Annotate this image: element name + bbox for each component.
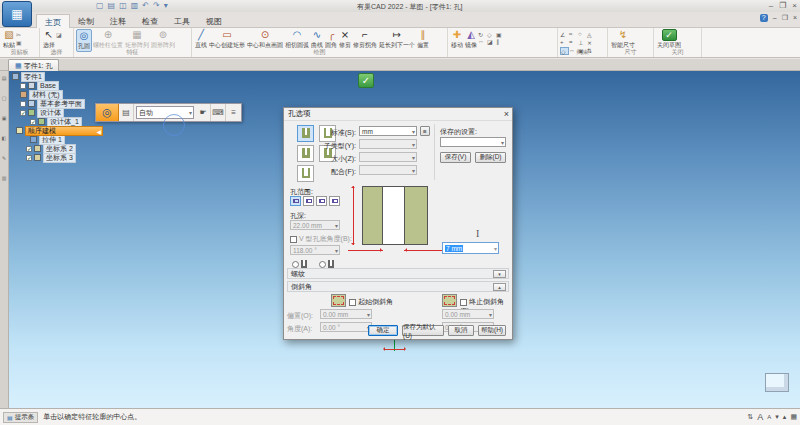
csys-2-checkbox[interactable] [26, 146, 32, 152]
cut-icon[interactable]: ✂ [16, 31, 22, 38]
tangent-constraint-icon[interactable]: ≈ [569, 31, 578, 39]
v-angle-checkbox[interactable] [290, 236, 297, 243]
tree-item-ordered-modeling[interactable]: 顺序建模 ◀ [16, 126, 103, 135]
maximize-button[interactable]: ❐ [779, 1, 786, 10]
dialog-close-icon[interactable]: × [504, 109, 509, 119]
minimize-button[interactable]: – [769, 1, 773, 10]
edgebar-sensors-icon[interactable]: ✎ [2, 155, 6, 161]
close-button[interactable]: × [792, 1, 797, 10]
trim-corner-button[interactable]: ⌐ 修剪拐角 [352, 29, 378, 50]
hole-command-button[interactable]: ◎ [96, 104, 119, 121]
close-sketch-button[interactable]: ✓ 关闭草图 [656, 29, 682, 50]
hole-type-threaded-button[interactable] [297, 165, 314, 182]
angle-constraint-icon[interactable]: ∠ [560, 31, 569, 39]
design-body-1-checkbox[interactable] [30, 119, 36, 125]
save-settings-button[interactable]: 保存(V) [440, 152, 471, 163]
tree-item-csys-3[interactable]: 坐标系 3 [26, 153, 103, 162]
fit-dropdown[interactable] [359, 165, 417, 175]
select-mini-buttons[interactable]: ◪ [56, 29, 62, 38]
subtype-dropdown[interactable] [359, 139, 417, 149]
symmetric-constraint-icon[interactable]: ◬ [587, 31, 596, 39]
accept-button[interactable]: ✓ [358, 73, 374, 88]
move-button[interactable]: ✚ 移动 [450, 29, 464, 50]
dialog-title-bar[interactable]: 孔选项 × [284, 108, 512, 121]
edgebar-layers-icon[interactable]: ◧ [2, 135, 7, 141]
bolt-position-button[interactable]: ⊕ 螺栓柱位置 [92, 29, 124, 50]
equal-constraint-icon[interactable]: = [569, 39, 578, 47]
doc-minimize-button[interactable]: – [773, 14, 777, 22]
base-checkbox[interactable] [20, 83, 26, 89]
tangent-arc-button[interactable]: ◠ 相切圆弧 [284, 29, 310, 50]
application-menu-button[interactable]: ▦ [2, 1, 32, 27]
diameter-input[interactable]: 7 mm [442, 242, 499, 254]
copy-icon[interactable]: ▣ [16, 39, 22, 46]
connect-constraint-icon[interactable]: + [560, 39, 569, 47]
circle-pattern-button[interactable]: ⊚ 圆形阵列 [150, 29, 176, 50]
scroll-updown-icon[interactable]: ⇅ [747, 413, 753, 421]
pick-button[interactable]: ☛ [196, 104, 211, 121]
direction-1-radio[interactable] [292, 261, 299, 268]
line-button[interactable]: ╱ 直线 [194, 29, 208, 50]
rect-pattern-button[interactable]: ▦ 矩形阵列 [124, 29, 150, 50]
bar-menu-button[interactable]: ≡ [226, 104, 241, 121]
concentric-constraint-icon[interactable]: ○ [578, 31, 587, 39]
scale-icon[interactable]: ◇ [487, 31, 496, 38]
extent-from-to-button[interactable] [329, 196, 340, 206]
thread-expand-button[interactable]: ▾ [493, 270, 506, 278]
doc-restore-button[interactable]: ❐ [782, 14, 788, 22]
center-circle-button[interactable]: ⊙ 中心和点画圆 [246, 29, 284, 50]
cancel-button[interactable]: 取消 [448, 325, 474, 336]
lock-constraint-icon[interactable]: ⨯ [587, 39, 596, 47]
offset-mini-icon[interactable]: ∥ [496, 38, 505, 45]
keyboard-entry-button[interactable]: ⌨ [211, 104, 226, 121]
modify-mini-buttons[interactable]: ↻ ◇ ▣ ↔ ◪ ∥ [478, 29, 505, 45]
edgebar-pathfinder-icon[interactable]: ▤ [2, 75, 7, 81]
start-angle-dropdown[interactable]: 0.00 ° [320, 322, 372, 332]
stretch-icon[interactable]: ↔ [478, 38, 487, 45]
trim-button[interactable]: ⨯ 修剪 [338, 29, 352, 50]
design-body-checkbox[interactable] [20, 110, 26, 116]
edgebar-tools-icon[interactable]: ▥ [2, 175, 7, 181]
chamfer-collapse-button[interactable]: ▴ [493, 283, 506, 291]
fit-view-icon[interactable]: ▦ [790, 413, 797, 421]
size-dropdown[interactable] [359, 152, 417, 162]
copy-mini-icon[interactable]: ▣ [496, 31, 505, 38]
paste-button[interactable]: ▧ 粘贴 [2, 29, 16, 50]
edgebar-library-icon[interactable]: ▢ [2, 95, 7, 101]
pan-down-icon[interactable]: ▾ [775, 413, 779, 421]
model-viewport[interactable]: ▤ ▢ ▣ ◧ ✎ ▥ 零件1 Base 材料 (无) [0, 71, 800, 408]
chamfer-section-header[interactable]: 倒斜角 ▴ [287, 281, 509, 292]
document-tab[interactable]: ▦ 零件1: 孔 [8, 59, 59, 71]
curve-button[interactable]: ∿ 曲线 [310, 29, 324, 50]
doc-close-button[interactable]: × [793, 14, 797, 22]
font-increase-icon[interactable]: A [757, 412, 763, 422]
extend-button[interactable]: ↦ 延长到下一个 [378, 29, 416, 50]
end-chamfer-checkbox[interactable] [460, 299, 467, 306]
print-icon[interactable]: ▥ [131, 1, 139, 10]
extent-through-next-button[interactable] [303, 196, 314, 206]
clipboard-mini-buttons[interactable]: ✂ ▣ [16, 29, 22, 46]
view-cube[interactable] [765, 373, 789, 392]
new-icon[interactable]: ▢ [96, 1, 104, 10]
open-icon[interactable]: ▤ [108, 1, 116, 10]
save-as-default-button[interactable]: 保存为默认(U) [402, 325, 444, 336]
hole-type-countersink-button[interactable] [297, 145, 314, 162]
delete-settings-button[interactable]: 删除(D) [475, 152, 506, 163]
redo-icon[interactable]: ↷ [153, 1, 160, 10]
standard-browse-button[interactable]: ≡ [420, 126, 430, 136]
font-decrease-icon[interactable]: A [767, 414, 771, 420]
ok-button[interactable]: 确定 [368, 325, 398, 336]
csys-3-checkbox[interactable] [26, 155, 32, 161]
center-rect-button[interactable]: ▭ 中心创建矩形 [208, 29, 246, 50]
save-icon[interactable]: ◫ [119, 1, 127, 10]
standard-dropdown[interactable]: mm [359, 126, 417, 136]
start-chamfer-checkbox[interactable] [349, 299, 356, 306]
mirror-button[interactable]: ◭ 镜像 [464, 29, 478, 50]
help-icon[interactable]: ? [760, 14, 768, 22]
hole-depth-dropdown[interactable]: 22.00 mm [290, 220, 340, 230]
brush-icon[interactable]: ◪ [56, 31, 62, 38]
fillet-button[interactable]: ╭ 圆角 [324, 29, 338, 50]
offset-button[interactable]: ∥ 偏置 [416, 29, 430, 50]
undo-icon[interactable]: ↶ [142, 1, 149, 10]
ref-planes-checkbox[interactable] [20, 101, 26, 107]
